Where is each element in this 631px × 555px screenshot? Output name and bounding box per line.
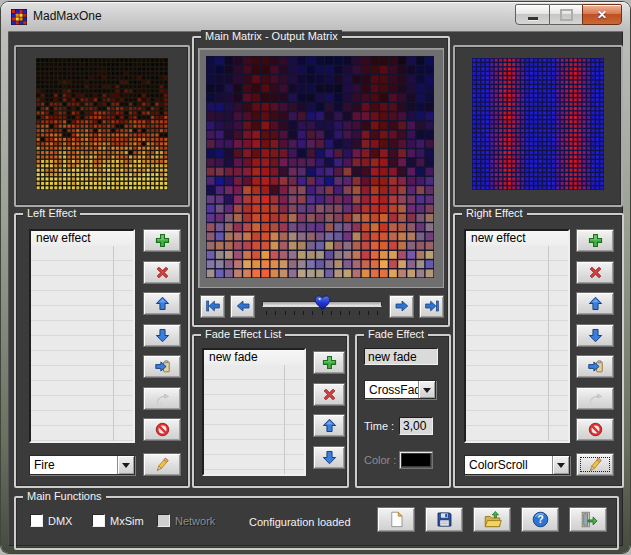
checkbox-icon — [157, 514, 170, 527]
delete-fade-button[interactable] — [313, 383, 345, 406]
mxsim-label: MxSim — [110, 515, 144, 527]
dmx-checkbox[interactable]: DMX — [30, 514, 72, 527]
right-effect-type-value: ColorScroll — [465, 458, 552, 472]
minimize-button[interactable] — [515, 4, 550, 25]
down-icon — [321, 449, 338, 466]
move-fade-up-button[interactable] — [313, 414, 345, 437]
right-add-effect-button[interactable] — [576, 229, 614, 252]
right-delete-effect-button[interactable] — [576, 261, 614, 284]
arrow-right-icon — [394, 298, 410, 314]
list-item[interactable]: new effect — [466, 231, 568, 246]
fade-type-value: CrossFade — [365, 383, 418, 397]
left-stop-effect-button[interactable] — [143, 418, 181, 441]
open-configuration-button[interactable] — [473, 507, 511, 532]
fade-color-fill — [402, 454, 430, 466]
fade-list-buttons — [313, 351, 345, 469]
chevron-down-icon[interactable] — [418, 381, 435, 398]
left-move-effect-down-button[interactable] — [143, 324, 181, 347]
chevron-down-icon[interactable] — [552, 456, 569, 474]
next-frame-button[interactable] — [389, 295, 414, 318]
arrow-left-icon — [235, 298, 251, 314]
right-effect-type-combo[interactable]: ColorScroll — [464, 455, 570, 475]
network-label: Network — [175, 515, 215, 527]
exit-button[interactable] — [569, 507, 607, 532]
mxsim-checkbox[interactable]: MxSim — [92, 514, 144, 527]
left-insert-effect-button[interactable] — [143, 355, 181, 378]
transfer-icon — [154, 390, 171, 407]
network-checkbox: Network — [157, 514, 215, 527]
list-item[interactable]: new effect — [31, 231, 133, 246]
pencil-icon — [153, 456, 171, 474]
down-icon — [587, 327, 604, 344]
right-move-effect-up-button[interactable] — [576, 292, 614, 315]
checkbox-icon[interactable] — [92, 514, 105, 527]
titlebar[interactable]: MadMaxOne ✕ — [1, 2, 630, 31]
main-functions-title: Main Functions — [23, 490, 106, 502]
delete-icon — [587, 264, 604, 281]
app-icon — [11, 9, 27, 25]
left-effect-type-combo[interactable]: Fire — [29, 455, 135, 475]
fade-effect-list-title: Fade Effect List — [201, 328, 285, 340]
block-icon — [154, 421, 171, 438]
fade-name-input[interactable]: new fade — [364, 348, 438, 365]
move-fade-down-button[interactable] — [313, 446, 345, 469]
delete-icon — [154, 264, 171, 281]
chevron-down-icon[interactable] — [117, 456, 134, 474]
left-effect-preview-matrix — [36, 58, 168, 190]
insert-icon — [587, 358, 604, 375]
main-functions-panel: Main Functions DMX MxSim Network Configu… — [14, 496, 619, 550]
right-move-effect-down-button[interactable] — [576, 324, 614, 347]
main-matrix-frame — [198, 48, 444, 288]
right-effect-edit-button[interactable] — [576, 453, 614, 476]
down-icon — [154, 327, 171, 344]
new-configuration-button[interactable] — [377, 507, 415, 532]
up-icon — [587, 295, 604, 312]
help-button[interactable]: ? — [521, 507, 559, 532]
prev-frame-button[interactable] — [230, 295, 255, 318]
insert-icon — [154, 358, 171, 375]
timeline-controls — [200, 293, 444, 319]
open-icon — [483, 510, 502, 529]
left-effect-list[interactable]: new effect — [29, 229, 135, 443]
left-effect-title: Left Effect — [23, 207, 80, 219]
right-effect-preview-panel — [453, 45, 623, 207]
add-fade-button[interactable] — [313, 351, 345, 374]
main-output-matrix — [206, 56, 434, 278]
list-item[interactable]: new fade — [204, 350, 304, 365]
left-move-effect-up-button[interactable] — [143, 292, 181, 315]
skip-to-end-icon — [424, 298, 440, 314]
help-icon: ? — [531, 510, 550, 529]
svg-text:?: ? — [537, 513, 544, 525]
left-transfer-effect-button — [143, 387, 181, 410]
color-label: Color : — [364, 454, 396, 466]
left-delete-effect-button[interactable] — [143, 261, 181, 284]
right-stop-effect-button[interactable] — [576, 418, 614, 441]
fade-effect-list[interactable]: new fade — [202, 348, 306, 476]
left-add-effect-button[interactable] — [143, 229, 181, 252]
time-input[interactable]: 3,00 — [399, 417, 433, 435]
left-effect-preview-panel — [14, 45, 190, 207]
save-configuration-button[interactable] — [425, 507, 463, 532]
fade-color-swatch[interactable] — [399, 451, 433, 469]
add-icon — [321, 354, 338, 371]
close-icon: ✕ — [597, 9, 607, 21]
config-toolbar: ? — [377, 507, 607, 532]
checkbox-icon[interactable] — [30, 514, 43, 527]
left-effect-edit-button[interactable] — [143, 453, 181, 476]
close-button[interactable]: ✕ — [582, 4, 622, 25]
timeline-slider[interactable] — [260, 293, 384, 319]
slider-thumb-heart-icon[interactable] — [313, 294, 332, 311]
first-frame-button[interactable] — [200, 295, 225, 318]
up-icon — [154, 295, 171, 312]
last-frame-button[interactable] — [419, 295, 444, 318]
exit-icon — [579, 510, 598, 529]
add-icon — [154, 232, 171, 249]
fade-type-combo[interactable]: CrossFade — [364, 380, 436, 399]
right-effect-panel: Right Effect new effect ColorScroll — [453, 213, 624, 488]
right-effect-list[interactable]: new effect — [464, 229, 570, 443]
file-new-icon — [387, 510, 406, 529]
client-area: Main Matrix - Output Matrix Lef — [8, 31, 623, 546]
maximize-button — [550, 4, 582, 25]
left-effect-buttons — [143, 229, 181, 441]
right-insert-effect-button[interactable] — [576, 355, 614, 378]
